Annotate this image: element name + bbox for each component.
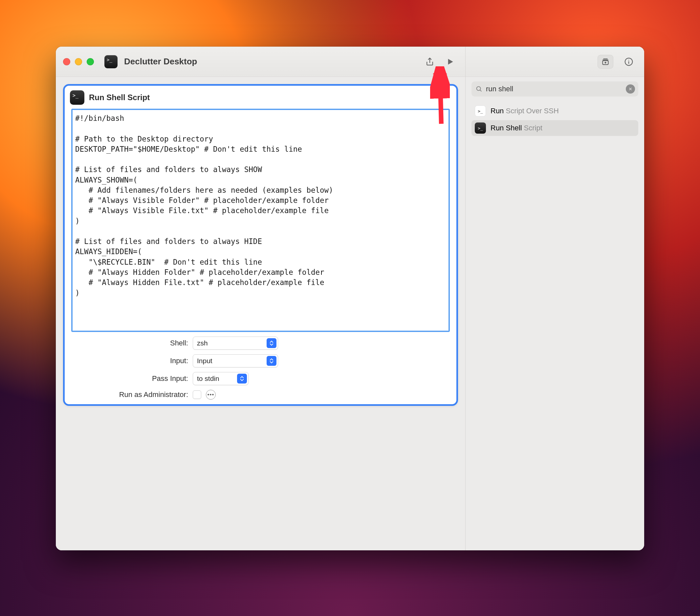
run-shell-script-action: >_ Run Shell Script × #!/bin/bash # Path… <box>63 84 458 406</box>
library-item-label: Run Script Over SSH <box>490 107 559 115</box>
library-toolbar <box>465 47 644 77</box>
library-item[interactable]: >_Run Shell Script <box>472 120 638 136</box>
terminal-icon: >_ <box>475 105 486 116</box>
terminal-icon: >_ <box>104 55 117 68</box>
shell-value: zsh <box>197 339 208 347</box>
library-icon <box>601 58 610 66</box>
window-minimize-button[interactable] <box>75 58 82 65</box>
close-icon: × <box>445 92 449 100</box>
share-icon <box>425 57 435 67</box>
close-icon <box>628 87 633 91</box>
window-close-button[interactable] <box>63 58 70 65</box>
library-item-label: Run Shell Script <box>490 124 542 132</box>
chevrons-icon <box>266 338 276 348</box>
info-button[interactable] <box>623 54 634 70</box>
remove-action-button[interactable]: × <box>442 92 451 101</box>
ellipsis-icon: ••• <box>208 391 214 398</box>
clear-search-button[interactable] <box>626 84 635 93</box>
window-zoom-button[interactable] <box>87 58 94 65</box>
run-button[interactable] <box>442 54 458 70</box>
library-results: >_Run Script Over SSH>_Run Shell Script <box>465 101 644 138</box>
options-more-button[interactable]: ••• <box>206 390 216 400</box>
window-title: Declutter Desktop <box>124 56 197 67</box>
editor-pane: >_ Declutter Desktop >_ Run Shell Script <box>56 47 465 550</box>
titlebar: >_ Declutter Desktop <box>56 47 465 77</box>
library-search-wrap <box>465 77 644 101</box>
svg-point-2 <box>628 60 629 60</box>
traffic-lights <box>63 58 94 65</box>
run-as-admin-checkbox[interactable] <box>193 390 201 399</box>
script-text[interactable]: #!/bin/bash # Path to the Desktop direct… <box>75 113 446 332</box>
search-input[interactable] <box>486 85 623 93</box>
pass-input-label: Pass Input: <box>71 374 188 383</box>
action-header[interactable]: >_ Run Shell Script × <box>65 86 457 109</box>
chevrons-icon <box>266 356 276 366</box>
library-pane: >_Run Script Over SSH>_Run Shell Script <box>465 47 644 550</box>
input-select[interactable]: Input <box>193 354 278 367</box>
library-search[interactable] <box>472 81 638 97</box>
action-title: Run Shell Script <box>89 93 150 102</box>
terminal-icon: >_ <box>475 123 486 134</box>
pass-input-select[interactable]: to stdin <box>193 372 249 385</box>
library-item[interactable]: >_Run Script Over SSH <box>472 103 638 119</box>
app-window: >_ Declutter Desktop >_ Run Shell Script <box>56 47 644 550</box>
terminal-icon: >_ <box>70 90 84 105</box>
info-icon <box>624 57 634 67</box>
action-options: Shell: zsh Input: Input <box>65 337 457 400</box>
play-icon <box>445 57 455 67</box>
shell-label: Shell: <box>71 339 188 348</box>
script-editor[interactable]: #!/bin/bash # Path to the Desktop direct… <box>71 109 450 332</box>
svg-point-3 <box>477 87 481 91</box>
input-label: Input: <box>71 356 188 365</box>
chevrons-icon <box>237 374 247 384</box>
library-button[interactable] <box>598 55 613 68</box>
share-button[interactable] <box>422 54 438 70</box>
run-as-admin-label: Run as Administrator: <box>71 390 188 399</box>
workflow-canvas[interactable]: >_ Run Shell Script × #!/bin/bash # Path… <box>56 77 465 550</box>
shell-select[interactable]: zsh <box>193 337 278 350</box>
search-icon <box>475 85 483 92</box>
pass-input-value: to stdin <box>197 375 219 382</box>
input-value: Input <box>197 357 212 365</box>
